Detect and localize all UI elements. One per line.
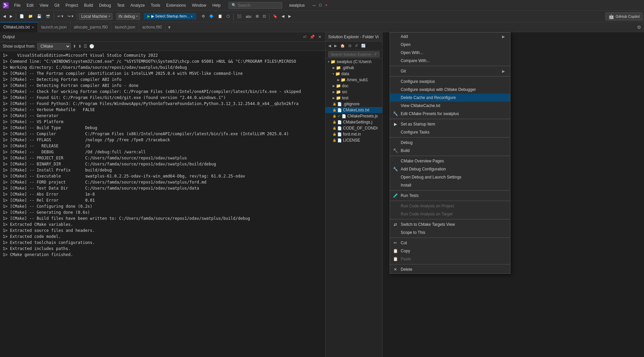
bookmark-prev-button[interactable]: ◀ <box>280 13 286 19</box>
save-all-button[interactable]: 🗃️ <box>44 13 52 19</box>
tab-cmakelists-close[interactable]: ✕ <box>32 26 34 29</box>
search-input[interactable] <box>238 3 279 8</box>
toolbar-btn-10[interactable]: ⊞ <box>254 13 260 19</box>
menu-git[interactable]: Git <box>52 2 62 8</box>
se-tree-item[interactable]: ▶ 📁 .github <box>326 65 382 71</box>
copilot-button[interactable]: 🤖 GitHub Copilot <box>605 12 643 20</box>
se-tree-item[interactable]: ▶ 📁 Ames_sub1 <box>326 77 382 83</box>
context-menu-item[interactable]: Debug <box>390 139 510 147</box>
output-toolbar-btn-4[interactable]: 🕐 <box>89 44 94 49</box>
menu-file[interactable]: File <box>11 2 23 8</box>
context-menu-item[interactable]: ▶Set as Startup Item <box>390 120 510 128</box>
menu-view[interactable]: View <box>37 2 51 8</box>
se-tree-item[interactable]: ▾ 📁 data <box>326 71 382 77</box>
menu-window[interactable]: Window <box>189 2 209 8</box>
context-menu-item[interactable]: 🔧Add Debug Configuration <box>390 165 510 173</box>
tab-cmakelists[interactable]: CMakeLists.txt ✕ <box>0 22 38 32</box>
nav-back-button[interactable]: ◀ <box>1 13 7 19</box>
context-menu-item[interactable]: 🔨Build <box>390 147 510 155</box>
se-tree-item[interactable]: 🔒 📄 CMakeLists.txt <box>326 107 382 113</box>
context-menu-item[interactable]: Open With... <box>390 49 510 57</box>
undo-button[interactable]: ↩ ▾ <box>56 13 65 19</box>
toolbar-btn-6[interactable]: 📋 <box>216 13 224 19</box>
context-menu-item[interactable]: Configure swatplus <box>390 78 510 86</box>
se-tree-item[interactable]: 🔒 📄 .gitignore <box>326 101 382 107</box>
tab-actions-f90[interactable]: actions.f90 <box>139 22 165 32</box>
se-tree-item[interactable]: 🔒 📄 CMakeSettings.j <box>326 119 382 125</box>
context-menu-item[interactable]: ✂Cut <box>390 239 510 247</box>
toolbar-btn-7[interactable]: ⬡ <box>225 13 232 19</box>
output-toolbar-btn-2[interactable]: ⬇ <box>78 44 82 49</box>
se-nav-forward[interactable]: ▶ <box>333 43 338 49</box>
output-close-button[interactable]: ✕ <box>317 35 323 39</box>
bookmark-button[interactable]: 🔖 <box>271 13 279 19</box>
redo-button[interactable]: ↪ ▾ <box>66 13 75 19</box>
tab-allocate-parms[interactable]: allocate_parms.f90 <box>70 22 111 32</box>
context-menu-item[interactable]: Open Debug and Launch Settings <box>390 173 510 181</box>
bookmark-next-button[interactable]: ▶ <box>287 13 293 19</box>
se-tree-item[interactable]: 🔒 📄 CODE_OF_CONDI <box>326 125 382 131</box>
se-tree-item[interactable]: 🔒 📄 LICENSE <box>326 137 382 143</box>
close-button[interactable]: ✕ <box>324 3 329 8</box>
context-menu-item[interactable]: Install <box>390 181 510 189</box>
attach-debugger-button[interactable]: ⚙ <box>200 13 207 19</box>
context-menu-item[interactable]: Configure swatplus with CMake Debugger <box>390 86 510 94</box>
se-tree-item[interactable]: 🔒 ✓ 📄 CMakePresets.js <box>326 113 382 119</box>
output-toolbar-btn-3[interactable]: ☰ <box>84 44 87 49</box>
global-search-box[interactable]: 🔍 <box>229 2 282 9</box>
local-machine-dropdown[interactable]: Local Machine ▾ <box>79 13 112 20</box>
context-menu-item[interactable]: View CMakeCache.txt <box>390 102 510 110</box>
toolbar-btn-8[interactable]: ⬛ <box>235 13 243 19</box>
context-menu-item[interactable]: ⇄Switch to CMake Targets View <box>390 220 510 228</box>
se-tree-item[interactable]: ▶ 📁 src <box>326 89 382 95</box>
open-file-button[interactable]: 📁 <box>27 13 35 19</box>
se-sync[interactable]: 🔄 <box>360 43 367 49</box>
start-button[interactable]: ▶ ▶ Select Startup Item... ▾ <box>144 13 196 19</box>
tab-settings-button[interactable]: ⚙ <box>634 24 644 30</box>
output-pin-button[interactable]: 📌 <box>309 35 316 39</box>
se-search-input[interactable] <box>328 51 380 57</box>
context-menu-item[interactable]: CMake Overview Pages <box>390 157 510 165</box>
context-menu-item[interactable]: 📋Copy <box>390 247 510 255</box>
menu-tools[interactable]: Tools <box>148 2 163 8</box>
menu-debug[interactable]: Debug <box>96 2 113 8</box>
tab-launch-vs-json[interactable]: launch.vs.json <box>38 22 70 32</box>
context-menu-item[interactable]: Scope to This <box>390 228 510 237</box>
context-menu-item[interactable]: 🔧Edit CMake Presets for swatplus <box>390 110 510 118</box>
toolbar-btn-9[interactable]: abc <box>244 13 253 19</box>
context-menu-item[interactable]: Compare With... <box>390 57 510 65</box>
context-menu-item[interactable]: 🧪Run Tests <box>390 192 510 200</box>
context-menu-item[interactable]: Open <box>390 41 510 49</box>
menu-help[interactable]: Help <box>210 2 224 8</box>
menu-analyze[interactable]: Analyze <box>128 2 148 8</box>
se-tree-item[interactable]: ▶ 📁 doc <box>326 83 382 89</box>
context-menu-item[interactable]: Add▶ <box>390 33 510 41</box>
context-menu-item[interactable]: Delete Cache and Reconfigure <box>390 94 510 102</box>
minimize-button[interactable]: — <box>311 3 317 8</box>
menu-edit[interactable]: Edit <box>24 2 36 8</box>
menu-test[interactable]: Test <box>114 2 127 8</box>
tab-launch-json[interactable]: launch.json <box>111 22 139 32</box>
menu-project[interactable]: Project <box>63 2 81 8</box>
se-collapse[interactable]: ⊟ <box>347 43 353 49</box>
se-refresh[interactable]: ↺ <box>353 43 359 49</box>
context-menu-item[interactable]: Configure Tasks <box>390 128 510 136</box>
save-button[interactable]: 💾 <box>35 13 43 19</box>
context-menu-item[interactable]: Git▶ <box>390 67 510 75</box>
menu-extensions[interactable]: Extensions <box>163 2 189 8</box>
se-tree-item[interactable]: 🔒 📄 ford.md.in <box>326 131 382 137</box>
output-toolbar-btn-1[interactable]: ⬆ <box>73 44 76 49</box>
context-menu-item[interactable]: ✕Delete <box>390 265 510 273</box>
debug-config-dropdown[interactable]: ifx debug ▾ <box>116 13 140 20</box>
output-wrap-button[interactable]: ⏎ <box>302 35 307 39</box>
menu-build[interactable]: Build <box>82 2 96 8</box>
se-tree-item[interactable]: ▶ 📁 test <box>326 95 382 101</box>
toolbar-btn-5[interactable]: 🔷 <box>207 13 215 19</box>
se-tree-item[interactable]: ▾ 📁 swatplus (C:\Users\ <box>326 59 382 65</box>
output-source-select[interactable]: CMake Build Debug <box>37 43 71 50</box>
toolbar-btn-11[interactable]: ⊡ <box>261 13 267 19</box>
new-file-button[interactable]: 📄 <box>18 13 26 19</box>
tab-overflow-button[interactable]: ▾ <box>165 24 173 30</box>
nav-forward-button[interactable]: ▶ <box>8 13 14 19</box>
maximize-button[interactable]: ☐ <box>317 3 323 8</box>
